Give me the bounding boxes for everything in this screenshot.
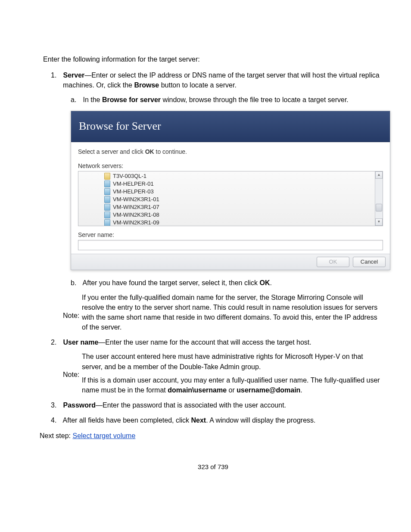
sub-alpha: a.: [71, 95, 81, 105]
server-icon: [104, 188, 110, 195]
next-step-link[interactable]: Select target volume: [72, 432, 135, 439]
field-label-server: Server: [63, 72, 84, 79]
text: button to locate a server.: [159, 81, 237, 89]
server-icon: [104, 204, 110, 211]
tree-row[interactable]: VM-WIN2K3R1-07: [104, 203, 383, 211]
scroll-up-icon[interactable]: ▲: [375, 171, 383, 179]
sub-item-b: b. After you have found the target serve…: [83, 278, 383, 288]
server-name: VM-HELPER-01: [113, 180, 154, 188]
text: . A window will display the progress.: [206, 417, 315, 424]
scroll-down-icon[interactable]: ▼: [375, 218, 383, 226]
field-label-password: Password: [63, 401, 96, 409]
sub-alpha: b.: [71, 278, 81, 288]
text: .: [300, 386, 302, 394]
server-name: T3V-003QL-1: [113, 172, 146, 180]
server-name-input[interactable]: [78, 240, 383, 250]
dash: —: [84, 72, 91, 79]
note-para-2: If this is a domain user account, you ma…: [82, 375, 383, 395]
sub-list-b: b. After you have found the target serve…: [63, 278, 383, 288]
list-number: 3.: [51, 400, 61, 410]
note-text: The user account entered here must have …: [82, 352, 383, 395]
list-number: 1.: [51, 70, 61, 80]
cancel-button[interactable]: Cancel: [353, 257, 386, 267]
tree-row[interactable]: VM-WIN2K3R1-01: [104, 196, 383, 203]
server-name: VM-WIN2K3R1-07: [113, 203, 159, 211]
next-step-label: Next step:: [40, 432, 72, 439]
text: or: [227, 386, 237, 394]
dialog-instruction: Select a server and click OK to continue…: [78, 147, 383, 156]
bold: OK: [145, 148, 154, 155]
folder-icon: [104, 173, 110, 180]
note-label: Note:: [63, 352, 82, 380]
sub-list: a. In the Browse for server window, brow…: [63, 95, 383, 105]
bold: OK: [259, 279, 270, 286]
bold: Browse for server: [102, 96, 161, 103]
document-page: Enter the following information for the …: [0, 0, 411, 498]
intro-text: Enter the following information for the …: [43, 54, 383, 64]
dialog-body: Select a server and click OK to continue…: [71, 142, 390, 228]
text: After all fields have been completed, cl…: [63, 417, 191, 424]
tree-row[interactable]: VM-WIN2K3R1-09: [104, 219, 383, 226]
note-block: Note: If you enter the fully-qualified d…: [63, 292, 383, 333]
server-icon: [104, 196, 110, 203]
bold: Next: [191, 417, 206, 424]
server-name: VM-WIN2K3R1-08: [113, 211, 159, 219]
browse-bold: Browse: [134, 81, 159, 89]
bold: username@domain: [237, 386, 300, 394]
server-name: VM-HELPER-03: [113, 188, 154, 196]
dash: —: [96, 401, 103, 409]
list-item-next: 4. After all fields have been completed,…: [63, 415, 383, 425]
server-name: VM-WIN2K3R1-09: [113, 219, 159, 226]
scrollbar[interactable]: ▲ ▼: [375, 171, 383, 226]
text: to continue.: [154, 148, 187, 155]
text: In the: [83, 96, 102, 103]
bold: domain\username: [168, 386, 227, 394]
page-number: 323 of 739: [43, 462, 383, 472]
list-number: 4.: [51, 415, 61, 425]
text: Enter the password that is associated wi…: [103, 401, 286, 409]
dash: —: [98, 339, 105, 346]
server-name-input-wrapper: [78, 240, 383, 250]
note-text: If you enter the fully-qualified domain …: [82, 292, 383, 333]
text: window, browse through the file tree to …: [161, 96, 349, 103]
note-label: Note:: [63, 292, 82, 320]
server-icon: [104, 180, 110, 187]
server-tree[interactable]: T3V-003QL-1 VM-HELPER-01 VM-HELPER-03 VM…: [78, 171, 383, 226]
text: Enter the user name for the account that…: [105, 339, 311, 346]
tree-row[interactable]: VM-HELPER-03: [104, 188, 383, 196]
list-item-password: 3. Password—Enter the password that is a…: [63, 400, 383, 410]
browse-for-server-dialog: Browse for Server Select a server and cl…: [71, 111, 390, 271]
dialog-footer: OK Cancel: [71, 254, 390, 270]
server-icon: [104, 212, 110, 218]
dialog-title: Browse for Server: [71, 111, 390, 143]
main-list: 1. Server—Enter or select the IP address…: [43, 70, 383, 425]
server-name-label: Server name:: [71, 228, 390, 240]
field-label-username: User name: [63, 339, 98, 346]
server-icon: [104, 219, 110, 226]
note-block: Note: The user account entered here must…: [63, 352, 383, 395]
tree-row[interactable]: VM-WIN2K3R1-08: [104, 211, 383, 219]
list-item-server: 1. Server—Enter or select the IP address…: [63, 70, 383, 332]
ok-button[interactable]: OK: [317, 257, 349, 267]
next-step: Next step: Select target volume: [40, 431, 383, 441]
tree-row[interactable]: T3V-003QL-1: [104, 172, 383, 180]
server-name: VM-WIN2K3R1-01: [113, 196, 159, 203]
text: .: [270, 279, 271, 286]
sub-item-a: a. In the Browse for server window, brow…: [83, 95, 383, 105]
tree-row[interactable]: VM-HELPER-01: [104, 180, 383, 188]
list-number: 2.: [51, 337, 61, 347]
list-item-username: 2. User name—Enter the user name for the…: [63, 337, 383, 395]
text: Select a server and click: [78, 148, 145, 155]
network-servers-label: Network servers:: [78, 162, 383, 170]
scroll-thumb[interactable]: [376, 204, 382, 212]
note-para-1: The user account entered here must have …: [82, 352, 383, 371]
text: After you have found the target server, …: [83, 279, 260, 286]
